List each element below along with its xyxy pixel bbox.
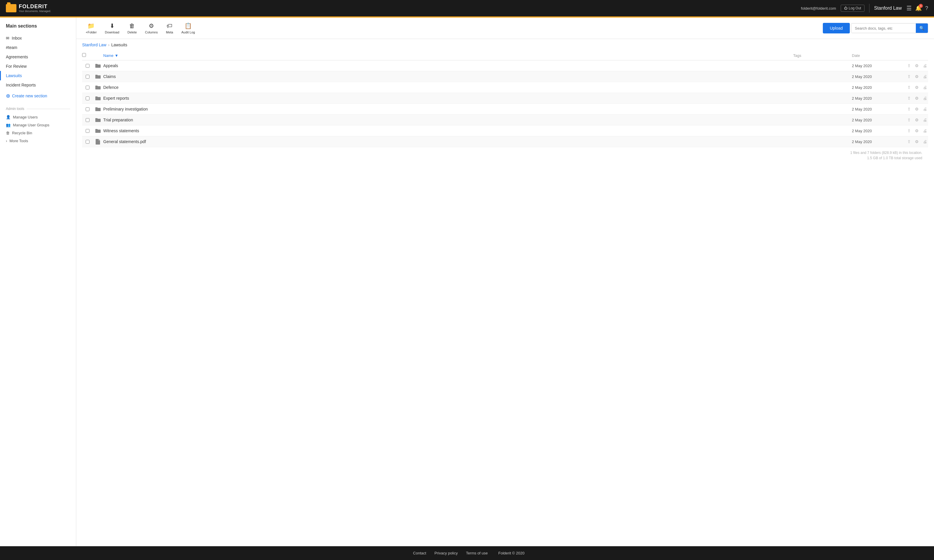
row-settings-button[interactable]: ⚙ bbox=[914, 63, 920, 69]
table-row[interactable]: Expert reports 2 May 2020 ⇧ ⚙ 🖨 bbox=[82, 93, 928, 104]
footer: Contact Privacy policy Terms of use Fold… bbox=[0, 546, 934, 560]
sidebar-item-agreements[interactable]: Agreements bbox=[0, 52, 76, 62]
upload-button[interactable]: Upload bbox=[823, 23, 850, 34]
row-checkbox bbox=[82, 129, 93, 133]
row-date: 2 May 2020 bbox=[852, 64, 899, 68]
row-share-button[interactable]: ⇧ bbox=[906, 95, 912, 101]
row-name: Trial preparation bbox=[103, 118, 793, 122]
footer-terms[interactable]: Terms of use bbox=[466, 551, 487, 555]
header-divider bbox=[869, 4, 869, 12]
row-actions: ⇧ ⚙ 🖨 bbox=[899, 63, 928, 69]
create-section-label: Create new section bbox=[12, 94, 47, 98]
manage-users-label: Manage Users bbox=[13, 115, 38, 119]
table-row[interactable]: Witness statements 2 May 2020 ⇧ ⚙ 🖨 bbox=[82, 126, 928, 136]
row-print-button[interactable]: 🖨 bbox=[922, 85, 928, 90]
columns-button[interactable]: ⚙ Columns bbox=[142, 20, 161, 36]
row-share-button[interactable]: ⇧ bbox=[906, 139, 912, 145]
user-email: folderit@folderit.com bbox=[801, 6, 836, 11]
row-print-button[interactable]: 🖨 bbox=[922, 74, 928, 80]
row-actions: ⇧ ⚙ 🖨 bbox=[899, 85, 928, 90]
row-settings-button[interactable]: ⚙ bbox=[914, 85, 920, 90]
row-share-button[interactable]: ⇧ bbox=[906, 85, 912, 90]
row-checkbox bbox=[82, 86, 93, 89]
table-row[interactable]: General statements.pdf 2 May 2020 ⇧ ⚙ 🖨 bbox=[82, 136, 928, 147]
row-settings-button[interactable]: ⚙ bbox=[914, 117, 920, 123]
row-print-button[interactable]: 🖨 bbox=[922, 139, 928, 145]
row-date: 2 May 2020 bbox=[852, 107, 899, 111]
audit-log-button[interactable]: 📋 Audit Log bbox=[178, 20, 198, 36]
sidebar-item-inbox[interactable]: ✉ Inbox bbox=[0, 34, 76, 43]
name-col-label: Name bbox=[103, 53, 114, 58]
search-input[interactable] bbox=[851, 24, 916, 33]
row-settings-button[interactable]: ⚙ bbox=[914, 128, 920, 134]
help-button[interactable]: ? bbox=[925, 5, 928, 11]
select-all-checkbox[interactable] bbox=[82, 53, 86, 57]
menu-icon-button[interactable]: ☰ bbox=[906, 5, 912, 12]
row-select-checkbox[interactable] bbox=[86, 64, 89, 68]
sidebar-item-lawsuits-label: Lawsuits bbox=[6, 73, 22, 78]
table-row[interactable]: Appeals 2 May 2020 ⇧ ⚙ 🖨 bbox=[82, 60, 928, 71]
row-settings-button[interactable]: ⚙ bbox=[914, 139, 920, 145]
footer-privacy[interactable]: Privacy policy bbox=[435, 551, 458, 555]
row-print-button[interactable]: 🖨 bbox=[922, 95, 928, 101]
row-select-checkbox[interactable] bbox=[86, 86, 89, 89]
header-name-col[interactable]: Name ▼ bbox=[103, 53, 793, 58]
table-row[interactable]: Trial preparation 2 May 2020 ⇧ ⚙ 🖨 bbox=[82, 115, 928, 126]
row-settings-button[interactable]: ⚙ bbox=[914, 106, 920, 112]
search-button[interactable]: 🔍 bbox=[916, 23, 928, 33]
meta-button[interactable]: 🏷 Meta bbox=[162, 21, 177, 36]
workspace-name: Stanford Law bbox=[874, 6, 902, 11]
row-select-checkbox[interactable] bbox=[86, 140, 89, 144]
row-settings-button[interactable]: ⚙ bbox=[914, 74, 920, 80]
row-print-button[interactable]: 🖨 bbox=[922, 117, 928, 123]
create-new-section[interactable]: ⊕ Create new section bbox=[0, 90, 76, 102]
sidebar-item-forreview-label: For Review bbox=[6, 64, 27, 69]
row-print-button[interactable]: 🖨 bbox=[922, 63, 928, 69]
sidebar-item-lawsuits[interactable]: Lawsuits bbox=[0, 71, 76, 80]
sidebar-item-forreview[interactable]: For Review bbox=[0, 62, 76, 71]
sidebar-item-inbox-label: Inbox bbox=[12, 36, 22, 40]
columns-label: Columns bbox=[145, 31, 157, 34]
row-type-icon bbox=[93, 74, 103, 79]
breadcrumb-parent[interactable]: Stanford Law bbox=[82, 43, 106, 47]
admin-more-tools[interactable]: › More Tools bbox=[6, 137, 70, 145]
row-print-button[interactable]: 🖨 bbox=[922, 128, 928, 134]
row-print-button[interactable]: 🖨 bbox=[922, 106, 928, 112]
row-select-checkbox[interactable] bbox=[86, 118, 89, 122]
row-share-button[interactable]: ⇧ bbox=[906, 128, 912, 134]
header-checkbox-col bbox=[82, 53, 93, 58]
footer-contact[interactable]: Contact bbox=[413, 551, 426, 555]
admin-manage-users[interactable]: 👤 Manage Users bbox=[6, 113, 70, 121]
delete-button[interactable]: 🗑 Delete bbox=[124, 21, 140, 36]
sidebar: Main sections ✉ Inbox #team Agreements F… bbox=[0, 18, 76, 546]
download-button[interactable]: ⬇ Download bbox=[102, 20, 123, 36]
row-type-icon bbox=[93, 107, 103, 111]
sidebar-title: Main sections bbox=[0, 23, 76, 34]
main-layout: Main sections ✉ Inbox #team Agreements F… bbox=[0, 18, 934, 546]
sidebar-item-team-label: #team bbox=[6, 45, 17, 50]
row-select-checkbox[interactable] bbox=[86, 107, 89, 111]
table-row[interactable]: Claims 2 May 2020 ⇧ ⚙ 🖨 bbox=[82, 71, 928, 82]
notifications-button[interactable]: 🔔 0 bbox=[915, 5, 922, 11]
row-select-checkbox[interactable] bbox=[86, 97, 89, 100]
sidebar-item-incident-reports[interactable]: Incident Reports bbox=[0, 80, 76, 90]
table-header: Name ▼ Tags Date bbox=[82, 51, 928, 60]
logout-label: Log Out bbox=[849, 6, 861, 10]
row-share-button[interactable]: ⇧ bbox=[906, 106, 912, 112]
table-row[interactable]: Preliminary investigation 2 May 2020 ⇧ ⚙… bbox=[82, 104, 928, 115]
row-share-button[interactable]: ⇧ bbox=[906, 117, 912, 123]
row-share-button[interactable]: ⇧ bbox=[906, 63, 912, 69]
admin-manage-groups[interactable]: 👥 Manage User Groups bbox=[6, 121, 70, 129]
row-settings-button[interactable]: ⚙ bbox=[914, 95, 920, 101]
sidebar-item-team[interactable]: #team bbox=[0, 43, 76, 52]
row-date: 2 May 2020 bbox=[852, 140, 899, 144]
table-row[interactable]: Defence 2 May 2020 ⇧ ⚙ 🖨 bbox=[82, 82, 928, 93]
row-type-icon bbox=[93, 63, 103, 68]
logout-button[interactable]: ⏻ Log Out bbox=[841, 5, 865, 12]
row-share-button[interactable]: ⇧ bbox=[906, 74, 912, 80]
row-select-checkbox[interactable] bbox=[86, 75, 89, 78]
admin-recycle-bin[interactable]: 🗑 Recycle Bin bbox=[6, 129, 70, 137]
row-select-checkbox[interactable] bbox=[86, 129, 89, 133]
meta-label: Meta bbox=[166, 31, 173, 34]
add-folder-button[interactable]: 📁 +Folder bbox=[82, 20, 100, 36]
